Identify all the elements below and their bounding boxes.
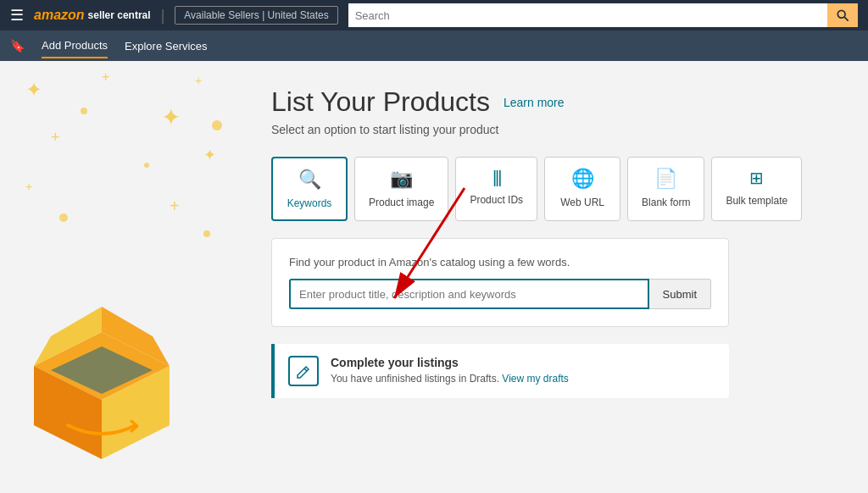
search-input[interactable] (348, 3, 827, 27)
amazon-box-illustration (8, 281, 195, 468)
tab-web-url-label: Web URL (560, 197, 604, 208)
secondary-nav: 🔖 Add Products Explore Services (0, 30, 868, 61)
page-title: List Your Products Learn more (271, 86, 834, 118)
deco-dot-3 (59, 213, 68, 222)
complete-listings-text: Complete your listings You have unfinish… (331, 356, 569, 385)
deco-star-7: + (25, 180, 32, 193)
search-bar (348, 3, 858, 27)
keyword-search-bar: Submit (289, 279, 711, 309)
tab-product-ids[interactable]: ||| Product IDs (455, 157, 537, 221)
tab-product-image[interactable]: 📷 Product image (354, 157, 448, 221)
deco-star-2: + (102, 69, 109, 85)
complete-listings-banner: Complete your listings You have unfinish… (271, 344, 729, 398)
tab-keywords-label: Keywords (287, 197, 332, 209)
tab-blank-form-label: Blank form (642, 197, 690, 208)
available-sellers-label: Available Sellers (184, 9, 259, 21)
top-nav: ☰ amazon seller central | Available Sell… (0, 0, 868, 30)
svg-line-8 (304, 368, 307, 371)
tab-keywords[interactable]: 🔍 Keywords (271, 157, 348, 221)
product-ids-icon: ||| (492, 168, 501, 187)
deco-dot-1 (81, 108, 87, 114)
region-label: United States (268, 9, 329, 21)
tab-web-url[interactable]: 🌐 Web URL (544, 157, 620, 221)
content-area: List Your Products Learn more Select an … (237, 61, 868, 493)
option-tabs: 🔍 Keywords 📷 Product image ||| Product I… (271, 157, 834, 221)
explore-services-nav-link[interactable]: Explore Services (125, 35, 208, 58)
tab-bulk-template-label: Bulk template (726, 195, 787, 207)
brand-logo: amazon seller central (34, 8, 151, 23)
tab-product-image-label: Product image (369, 197, 434, 208)
search-card-hint: Find your product in Amazon's catalog us… (289, 256, 711, 269)
tab-bulk-template[interactable]: ⊞ Bulk template (711, 157, 802, 221)
keyword-input[interactable] (289, 279, 649, 309)
page-title-text: List Your Products (271, 86, 490, 118)
available-sellers-button[interactable]: Available Sellers | United States (175, 6, 337, 25)
complete-listings-description: You have unfinished listings in Drafts. … (331, 373, 569, 385)
nav-divider: | (161, 7, 165, 25)
complete-listings-desc-text: You have unfinished listings in Drafts. (331, 373, 499, 385)
blank-form-icon: 📄 (654, 168, 677, 190)
tab-product-ids-label: Product IDs (470, 194, 523, 206)
deco-star-6: ✦ (203, 146, 216, 164)
edit-icon (288, 356, 319, 386)
main-content: ✦ + ✦ + + ✦ + + (0, 61, 868, 493)
deco-star-3: ✦ (161, 103, 181, 131)
deco-dot-5 (212, 120, 222, 130)
hamburger-menu-icon[interactable]: ☰ (10, 6, 24, 25)
deco-dot-2 (144, 163, 149, 168)
amazon-text: amazon (34, 8, 85, 23)
search-button[interactable] (827, 3, 858, 27)
product-image-icon: 📷 (390, 168, 413, 190)
deco-star-1: ✦ (25, 78, 42, 102)
bookmark-icon: 🔖 (10, 39, 25, 53)
learn-more-link[interactable]: Learn more (504, 96, 565, 109)
view-drafts-link[interactable]: View my drafts (502, 373, 568, 385)
submit-button[interactable]: Submit (649, 279, 711, 309)
deco-dot-4 (203, 230, 210, 237)
bulk-template-icon: ⊞ (749, 168, 764, 188)
complete-listings-title: Complete your listings (331, 356, 569, 369)
deco-star-5: + (51, 129, 60, 147)
keywords-icon: 🔍 (298, 169, 321, 191)
deco-star-8: + (170, 197, 180, 216)
svg-line-1 (844, 17, 848, 20)
deco-star-4: + (195, 74, 202, 87)
seller-central-text: seller central (88, 9, 151, 21)
add-products-nav-link[interactable]: Add Products (42, 34, 108, 58)
illustration-area: ✦ + ✦ + + ✦ + + (0, 61, 237, 493)
tab-blank-form[interactable]: 📄 Blank form (627, 157, 704, 221)
web-url-icon: 🌐 (571, 168, 594, 190)
search-card: Find your product in Amazon's catalog us… (271, 238, 729, 327)
page-subtitle: Select an option to start listing your p… (271, 123, 834, 136)
